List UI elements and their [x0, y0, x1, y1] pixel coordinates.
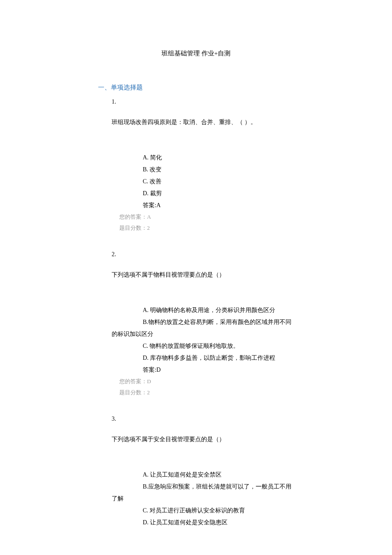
page-title: 班组基础管理 作业+自测: [0, 47, 392, 60]
section-heading: 一、单项选择题: [98, 81, 392, 94]
option-b: B.物料的放置之处容易判断，采用有颜色的区域并用不同的标识加以区分: [112, 316, 294, 340]
question-number: 1.: [112, 96, 392, 108]
option-c: C. 改善: [143, 176, 294, 188]
question-stem: 下列选项不属于安全目视管理要点的是（）: [112, 434, 392, 445]
question-block: 3. 下列选项不属于安全目视管理要点的是（） A. 让员工知道何处是安全禁区 B…: [0, 413, 392, 529]
question-number: 2.: [112, 249, 392, 260]
option-d: D. 库存物料多多益善，以防止断货，影响工作进程: [143, 352, 294, 364]
question-score: 题目分数：2: [119, 387, 392, 398]
question-stem: 下列选项不属于物料目视管理要点的是（）: [112, 269, 392, 281]
option-d: D. 裁剪: [143, 188, 294, 199]
question-number: 3.: [112, 413, 392, 425]
question-options: A. 让员工知道何处是安全禁区 B.应急响应和预案，班组长清楚就可以了，一般员工…: [0, 469, 392, 529]
option-a: A. 明确物料的名称及用途，分类标识并用颜色区分: [143, 304, 294, 316]
option-c: C. 物料的放置能够保证顺利地取放。: [143, 340, 294, 352]
option-b: B. 改变: [143, 164, 294, 176]
your-answer: 您的答案：A: [119, 211, 392, 223]
correct-answer: 答案:D: [143, 364, 392, 376]
question-block: 1. 班组现场改善四项原则是：取消、合并、重排、（ ）。 A. 简化 B. 改变…: [0, 96, 392, 234]
option-b: B.应急响应和预案，班组长清楚就可以了，一般员工不用了解: [112, 481, 294, 505]
option-a: A. 简化: [143, 152, 294, 164]
option-d: D. 让员工知道何处是安全隐患区: [143, 517, 294, 529]
question-block: 2. 下列选项不属于物料目视管理要点的是（） A. 明确物料的名称及用途，分类标…: [0, 249, 392, 398]
question-score: 题目分数：2: [119, 223, 392, 234]
option-c: C. 对员工进行正确辨认安全标识的教育: [143, 505, 294, 517]
your-answer: 您的答案：D: [119, 376, 392, 387]
question-stem: 班组现场改善四项原则是：取消、合并、重排、（ ）。: [112, 116, 392, 128]
question-options: A. 明确物料的名称及用途，分类标识并用颜色区分 B.物料的放置之处容易判断，采…: [0, 304, 392, 364]
option-a: A. 让员工知道何处是安全禁区: [143, 469, 294, 481]
correct-answer: 答案:A: [143, 199, 392, 211]
question-options: A. 简化 B. 改变 C. 改善 D. 裁剪: [143, 152, 294, 199]
